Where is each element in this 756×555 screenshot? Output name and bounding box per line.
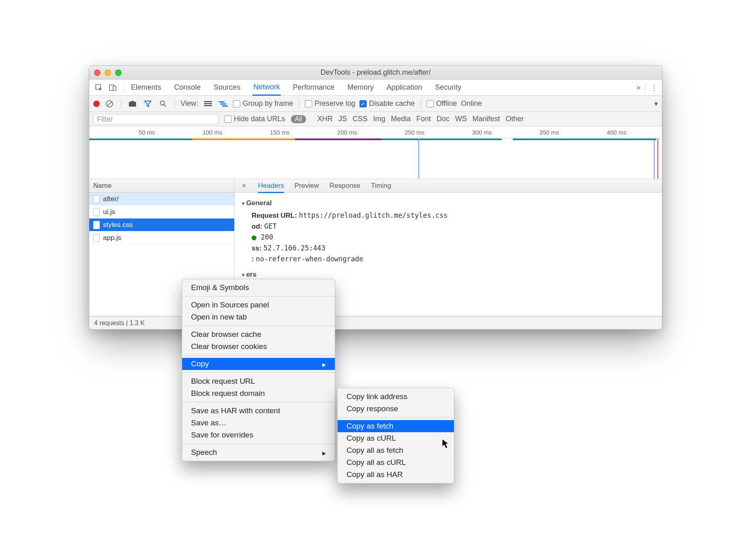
filter-type-js[interactable]: JS <box>338 115 347 123</box>
menu-item[interactable]: Copy all as HAR <box>338 469 454 481</box>
minimize-window-button[interactable] <box>105 69 111 76</box>
file-icon <box>93 221 100 229</box>
menu-item[interactable]: Block request URL <box>182 375 335 387</box>
menu-item[interactable]: Copy link address <box>338 391 454 403</box>
tab-performance[interactable]: Performance <box>292 80 335 95</box>
toolbar-overflow-icon[interactable]: ▾ <box>654 99 658 108</box>
ruler-tick: 50 ms <box>139 129 157 136</box>
zoom-window-button[interactable] <box>115 69 122 76</box>
filter-type-media[interactable]: Media <box>391 115 411 123</box>
referrer-policy-row: : no-referrer-when-downgrade <box>252 255 655 263</box>
filter-type-all[interactable]: All <box>291 115 306 123</box>
menu-item[interactable]: Copy as cURL <box>338 432 454 444</box>
close-detail-icon[interactable]: × <box>240 182 248 190</box>
timeline-ruler: 50 ms100 ms150 ms200 ms250 ms300 ms350 m… <box>89 126 662 139</box>
menu-item[interactable]: Clear browser cache <box>182 328 335 341</box>
timeline-overview[interactable] <box>89 139 662 179</box>
filter-type-xhr[interactable]: XHR <box>317 115 333 123</box>
menu-item[interactable]: Open in new tab <box>182 311 335 323</box>
clear-icon[interactable] <box>104 98 115 109</box>
record-button[interactable] <box>93 101 100 107</box>
filter-type-font[interactable]: Font <box>416 115 431 123</box>
menu-item[interactable]: Copy as fetch <box>338 420 454 432</box>
tab-network[interactable]: Network <box>252 80 281 96</box>
menu-item[interactable]: Speech <box>182 446 335 458</box>
menu-item[interactable]: Block request domain <box>182 387 335 399</box>
view-waterfall-icon[interactable] <box>218 98 229 109</box>
filter-type-manifest[interactable]: Manifest <box>472 115 500 123</box>
tab-sources[interactable]: Sources <box>213 80 241 95</box>
request-name: styles.css <box>103 221 133 229</box>
offline-checkbox[interactable]: Offline <box>426 99 457 108</box>
request-row[interactable]: ui.js <box>89 206 234 219</box>
menu-item[interactable]: Open in Sources panel <box>182 299 335 311</box>
menu-item[interactable]: Clear browser cookies <box>182 341 335 353</box>
svg-rect-13 <box>220 103 226 105</box>
view-large-icon[interactable] <box>202 98 214 109</box>
panel-tabs: ElementsConsoleSourcesNetworkPerformance… <box>128 80 636 95</box>
status-bar: 4 requests | 1.3 K <box>89 316 662 329</box>
hide-data-urls-checkbox[interactable]: Hide data URLs <box>224 115 285 123</box>
tab-elements[interactable]: Elements <box>130 80 162 95</box>
svg-rect-6 <box>131 101 134 103</box>
status-code-row: 200 <box>252 233 655 242</box>
ruler-tick: 300 ms <box>472 129 494 136</box>
response-headers-section-header[interactable]: ers <box>242 271 655 279</box>
menu-item[interactable]: Copy <box>182 358 335 370</box>
tab-memory[interactable]: Memory <box>346 80 374 95</box>
detail-tab-response[interactable]: Response <box>330 182 361 189</box>
filter-type-img[interactable]: Img <box>373 115 385 123</box>
view-label: View: <box>181 99 198 108</box>
menu-item[interactable]: Save as… <box>182 417 335 429</box>
menu-item[interactable]: Copy all as fetch <box>338 444 454 456</box>
request-row[interactable]: styles.css <box>89 219 234 231</box>
context-submenu-copy[interactable]: Copy link addressCopy responseCopy as fe… <box>337 388 454 484</box>
svg-rect-9 <box>204 101 212 102</box>
group-by-frame-checkbox[interactable]: Group by frame <box>233 99 293 108</box>
filter-toggle-icon[interactable] <box>142 98 153 109</box>
svg-rect-10 <box>204 103 212 104</box>
filter-type-ws[interactable]: WS <box>455 115 467 123</box>
context-menu[interactable]: Emoji & SymbolsOpen in Sources panelOpen… <box>182 279 335 461</box>
ruler-tick: 100 ms <box>202 129 224 136</box>
disable-cache-checkbox[interactable]: ✓Disable cache <box>359 99 415 108</box>
request-row[interactable]: app.js <box>89 231 234 244</box>
window-controls <box>94 69 122 76</box>
split-pane: Name after/ui.jsstyles.cssapp.js × Heade… <box>89 179 662 316</box>
request-row[interactable]: after/ <box>89 193 234 206</box>
filter-type-other[interactable]: Other <box>506 115 524 123</box>
kebab-menu-icon[interactable]: ⋮ <box>651 83 658 92</box>
detail-tab-preview[interactable]: Preview <box>294 182 319 189</box>
preserve-log-checkbox[interactable]: Preserve log <box>305 99 355 108</box>
detail-tab-headers[interactable]: Headers <box>258 182 284 193</box>
tab-console[interactable]: Console <box>173 80 202 95</box>
file-icon <box>93 234 100 242</box>
throttling-select[interactable]: Online <box>461 99 482 108</box>
menu-item[interactable]: Emoji & Symbols <box>182 282 335 294</box>
ruler-tick: 350 ms <box>540 129 561 136</box>
more-tabs-icon[interactable]: » <box>636 83 640 92</box>
status-text: 4 requests | 1.3 K <box>94 320 145 327</box>
submenu-arrow-icon <box>322 359 326 368</box>
general-section-header[interactable]: General <box>242 199 655 207</box>
remote-address-row: ss: 52.7.166.25:443 <box>252 244 655 252</box>
close-window-button[interactable] <box>94 69 101 76</box>
panel-tabs-row: ElementsConsoleSourcesNetworkPerformance… <box>89 80 662 96</box>
menu-item[interactable]: Save as HAR with content <box>182 405 335 417</box>
tab-application[interactable]: Application <box>386 80 423 95</box>
filter-type-doc[interactable]: Doc <box>437 115 449 123</box>
menu-item[interactable]: Save for overrides <box>182 429 335 441</box>
device-toolbar-icon[interactable] <box>107 82 118 93</box>
menu-item[interactable]: Copy response <box>338 403 454 415</box>
detail-tab-timing[interactable]: Timing <box>371 182 391 189</box>
filter-input[interactable]: Filter <box>93 114 218 124</box>
file-icon <box>93 195 100 203</box>
detail-tabs: × HeadersPreviewResponseTiming <box>235 179 662 193</box>
inspect-element-icon[interactable] <box>93 82 105 93</box>
search-icon[interactable] <box>158 98 169 109</box>
menu-item[interactable]: Copy all as cURL <box>338 456 454 469</box>
capture-screenshot-icon[interactable] <box>127 98 138 109</box>
tab-security[interactable]: Security <box>434 80 462 95</box>
filter-type-css[interactable]: CSS <box>353 115 368 123</box>
request-list-header[interactable]: Name <box>89 179 234 193</box>
